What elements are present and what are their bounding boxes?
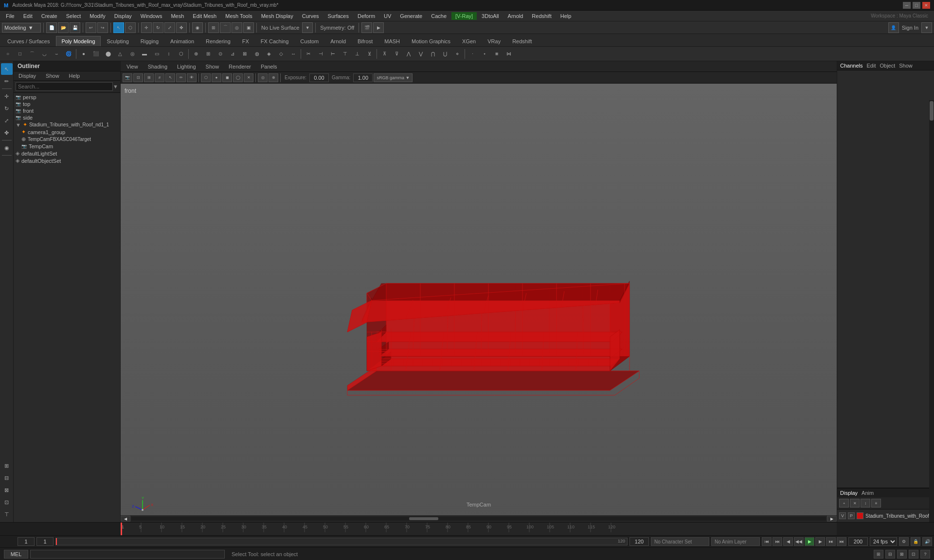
square-tool[interactable]: □ bbox=[14, 48, 26, 60]
vp-menu-lighting[interactable]: Lighting bbox=[173, 63, 200, 70]
close-button[interactable]: ✕ bbox=[922, 2, 930, 9]
render-btn[interactable]: 🎬 bbox=[361, 22, 372, 33]
live-surface-toggle[interactable]: ▼ bbox=[302, 22, 313, 33]
pb-settings-btn[interactable]: ⚙ bbox=[899, 537, 909, 546]
tab-bifrost[interactable]: Bifrost bbox=[352, 36, 378, 46]
tab-arnold[interactable]: Arnold bbox=[325, 36, 351, 46]
outliner-search-input[interactable] bbox=[16, 82, 113, 91]
outliner-display-tab[interactable]: Display bbox=[14, 71, 41, 80]
channels-tab[interactable]: Channels bbox=[840, 63, 862, 69]
snap-curve-btn[interactable]: ⌒ bbox=[220, 22, 231, 33]
tab-poly-modeling[interactable]: Poly Modeling bbox=[56, 36, 100, 46]
outliner-show-tab[interactable]: Show bbox=[41, 71, 64, 80]
tab-animation[interactable]: Animation bbox=[165, 36, 199, 46]
reduce-tool[interactable]: ⋈ bbox=[503, 48, 515, 60]
show-tab[interactable]: Show bbox=[899, 63, 913, 69]
exposure-input[interactable] bbox=[309, 73, 329, 82]
outliner-item-persp[interactable]: 📷 persp bbox=[14, 94, 120, 101]
offset-edge-loop[interactable]: ⊢ bbox=[327, 48, 339, 60]
pb-lock-btn[interactable]: 🔒 bbox=[911, 537, 920, 546]
layer-new-btn[interactable]: + bbox=[839, 499, 849, 508]
layer-visibility-btn[interactable]: V bbox=[839, 512, 846, 519]
bridge-tool[interactable]: ⊞ bbox=[202, 48, 214, 60]
flip-tool[interactable]: ↔ bbox=[287, 48, 299, 60]
vp-menu-renderer[interactable]: Renderer bbox=[225, 63, 255, 70]
scrollbar-thumb[interactable] bbox=[930, 101, 934, 121]
minimize-button[interactable]: ─ bbox=[903, 2, 911, 9]
menu-generate[interactable]: Generate bbox=[396, 12, 426, 20]
menu-arnold[interactable]: Arnold bbox=[504, 12, 527, 20]
layer-options-btn[interactable]: ≡ bbox=[871, 499, 881, 508]
target-weld-tool[interactable]: ⊻ bbox=[363, 48, 375, 60]
pb-sound-btn[interactable]: 🔊 bbox=[922, 537, 932, 546]
vp-tb-camera[interactable]: 📷 bbox=[123, 73, 132, 82]
cube-tool[interactable]: ⬛ bbox=[90, 48, 102, 60]
anim-end-input[interactable] bbox=[848, 537, 868, 546]
scale-tool[interactable]: ⤢ bbox=[1, 115, 13, 126]
snap-grid-btn[interactable]: ⊞ bbox=[208, 22, 219, 33]
object-tab[interactable]: Object bbox=[880, 63, 895, 69]
outliner-item-side[interactable]: 📷 side bbox=[14, 114, 120, 121]
vp-tb-smooth-shade[interactable]: ◯ bbox=[233, 73, 243, 82]
vp-tb-x-ray[interactable]: ✕ bbox=[244, 73, 253, 82]
universal-tool[interactable]: ✤ bbox=[1, 127, 13, 139]
tab-vray[interactable]: VRay bbox=[482, 36, 506, 46]
vp-tb-wireframe[interactable]: ⬡ bbox=[201, 73, 211, 82]
menu-file[interactable]: File bbox=[2, 12, 18, 20]
next-frame-btn[interactable]: ▶ bbox=[815, 537, 825, 546]
menu-display[interactable]: Display bbox=[110, 12, 136, 20]
undo-btn[interactable]: ↩ bbox=[86, 22, 96, 33]
menu-uv[interactable]: UV bbox=[380, 12, 395, 20]
new-file-btn[interactable]: 📄 bbox=[46, 22, 57, 33]
menu-vray[interactable]: [V-Ray] bbox=[451, 12, 477, 20]
mirror-tool[interactable]: ⊼ bbox=[378, 48, 390, 60]
status-btn-3[interactable]: ⊠ bbox=[897, 550, 907, 559]
prev-key-btn[interactable]: ⏭ bbox=[772, 537, 782, 546]
viewport-hscrollbar[interactable]: ◀ ▶ bbox=[121, 515, 837, 522]
edit-tab[interactable]: Edit bbox=[866, 63, 876, 69]
outliner-item-tempcam-target[interactable]: ⊕ TempCamFBXASC046Target bbox=[14, 136, 120, 143]
vp-tb-focus[interactable]: ⊕ bbox=[269, 73, 278, 82]
open-file-btn[interactable]: 📂 bbox=[58, 22, 69, 33]
command-input[interactable] bbox=[30, 550, 225, 559]
menu-edit-mesh[interactable]: Edit Mesh bbox=[189, 12, 220, 20]
snap-point-btn[interactable]: ◎ bbox=[232, 22, 242, 33]
vp-tb-paint[interactable]: ✏ bbox=[176, 73, 186, 82]
display-mode-4[interactable]: ⊡ bbox=[1, 496, 13, 508]
display-mode-1[interactable]: ⊞ bbox=[1, 460, 13, 472]
vp-tb-show-hide[interactable]: 👁 bbox=[187, 73, 197, 82]
vp-tb-filmgate[interactable]: ⊡ bbox=[133, 73, 143, 82]
snap-surface-btn[interactable]: ▣ bbox=[243, 22, 254, 33]
torus-tool[interactable]: ◎ bbox=[126, 48, 138, 60]
curve-tool[interactable]: ⌒ bbox=[26, 48, 38, 60]
bezier-tool[interactable]: ⌣ bbox=[51, 48, 62, 60]
no-character-set[interactable]: No Character Set bbox=[651, 537, 709, 546]
menu-mesh-display[interactable]: Mesh Display bbox=[257, 12, 297, 20]
plane-tool[interactable]: ▬ bbox=[139, 48, 150, 60]
display-mode-2[interactable]: ⊟ bbox=[1, 472, 13, 484]
skip-start-btn[interactable]: ⏮ bbox=[762, 537, 772, 546]
pipe-tool[interactable]: ▭ bbox=[151, 48, 162, 60]
start-frame-input[interactable] bbox=[18, 537, 35, 546]
vp-tb-smooth[interactable]: ● bbox=[212, 73, 221, 82]
outliner-scrollbar[interactable] bbox=[929, 100, 934, 522]
menu-3dtoall[interactable]: 3DtoAll bbox=[478, 12, 503, 20]
vp-menu-view[interactable]: View bbox=[123, 63, 142, 70]
save-file-btn[interactable]: 💾 bbox=[70, 22, 80, 33]
separate-tool[interactable]: ⋀ bbox=[403, 48, 414, 60]
outliner-item-top[interactable]: 📷 top bbox=[14, 101, 120, 107]
tab-fx[interactable]: FX bbox=[237, 36, 254, 46]
viewport-canvas[interactable]: front .wireframe { stroke: #cc1111; stro… bbox=[121, 84, 837, 522]
soft-select-btn[interactable]: ◉ bbox=[192, 22, 203, 33]
outliner-help-tab[interactable]: Help bbox=[64, 71, 85, 80]
delete-edge-tool[interactable]: ◇ bbox=[275, 48, 287, 60]
boolean-union[interactable]: ⋂ bbox=[427, 48, 439, 60]
tab-rendering[interactable]: Rendering bbox=[200, 36, 236, 46]
maximize-button[interactable]: □ bbox=[913, 2, 920, 9]
cylinder-tool[interactable]: ⬤ bbox=[102, 48, 114, 60]
outliner-item-camera1-group[interactable]: ✦ camera1_group bbox=[14, 128, 120, 136]
smooth-tool[interactable]: ⋅ bbox=[467, 48, 478, 60]
tab-motion-graphics[interactable]: Motion Graphics bbox=[406, 36, 456, 46]
vp-tb-select[interactable]: ↖ bbox=[165, 73, 175, 82]
display-mode-5[interactable]: ⊤ bbox=[1, 508, 13, 520]
